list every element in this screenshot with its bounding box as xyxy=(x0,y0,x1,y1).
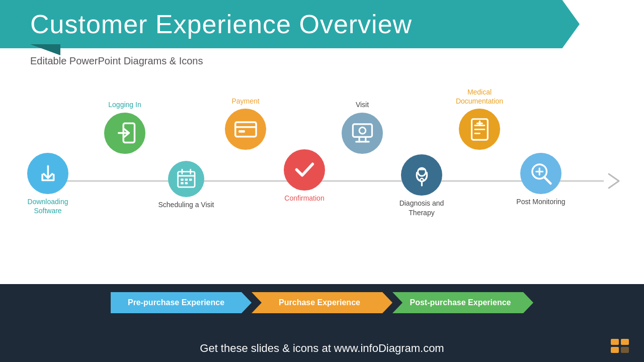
experience-arrows: Pre-purchase Experience Purchase Experie… xyxy=(20,292,624,313)
svg-rect-15 xyxy=(353,124,372,137)
node-circle-diagnosis-therapy xyxy=(401,154,442,196)
footer-content: Get these slides & icons at www.infoDiag… xyxy=(200,342,444,354)
node-circle-post-monitoring xyxy=(520,153,561,194)
node-label-scheduling-visit: Scheduling a Visit xyxy=(148,200,224,209)
bottom-banner: Pre-purchase Experience Purchase Experie… xyxy=(0,284,644,362)
node-label-payment: Payment xyxy=(208,97,283,106)
svg-rect-35 xyxy=(621,339,629,345)
svg-rect-9 xyxy=(189,179,192,181)
pre-purchase-arrow: Pre-purchase Experience xyxy=(111,292,252,313)
pre-purchase-label: Pre-purchase Experience xyxy=(128,298,224,307)
svg-rect-7 xyxy=(181,179,184,181)
svg-rect-12 xyxy=(235,122,256,137)
node-circle-medical-documentation xyxy=(459,109,500,150)
svg-rect-8 xyxy=(185,179,188,181)
node-label-medical-documentation: MedicalDocumentation xyxy=(442,87,517,106)
header-banner: Customer Experience Overview xyxy=(0,0,580,48)
page-title: Customer Experience Overview xyxy=(30,9,549,39)
node-label-visit: Visit xyxy=(325,100,400,109)
subtitle: Editable PowerPoint Diagrams & Icons xyxy=(30,55,644,67)
logo-icon xyxy=(611,339,629,353)
nodes-container: DownloadingSoftware Logging In Schedulin… xyxy=(0,78,644,284)
node-visit: Visit xyxy=(342,113,383,154)
node-payment: Payment xyxy=(225,109,266,150)
node-circle-scheduling-visit xyxy=(168,161,204,197)
node-label-post-monitoring: Post Monitoring xyxy=(503,197,579,206)
node-confirmation: Confirmation xyxy=(284,149,325,191)
node-circle-confirmation xyxy=(284,149,325,191)
arrow-right-icon xyxy=(604,172,624,190)
post-purchase-arrow: Post-purchase Experience xyxy=(392,292,533,313)
svg-rect-10 xyxy=(181,183,184,185)
footer-text: Get these slides & icons at www.infoDiag… xyxy=(200,342,444,355)
node-diagnosis-therapy: Diagnosis andTherapy xyxy=(401,154,442,196)
node-label-confirmation: Confirmation xyxy=(267,194,342,203)
node-downloading-software: DownloadingSoftware xyxy=(27,153,68,194)
node-circle-downloading-software xyxy=(27,153,68,194)
node-label-diagnosis-therapy: Diagnosis andTherapy xyxy=(384,199,459,217)
purchase-arrow: Purchase Experience xyxy=(252,292,392,313)
node-medical-documentation: MedicalDocumentation xyxy=(459,109,500,150)
node-label-downloading-software: DownloadingSoftware xyxy=(10,197,86,215)
svg-point-19 xyxy=(359,127,366,134)
diagram-area: DownloadingSoftware Logging In Schedulin… xyxy=(0,78,644,284)
node-post-monitoring: Post Monitoring xyxy=(520,153,561,194)
purchase-label: Purchase Experience xyxy=(279,298,360,307)
svg-rect-14 xyxy=(238,130,245,133)
svg-rect-36 xyxy=(611,347,619,353)
node-scheduling-visit: Scheduling a Visit xyxy=(168,161,204,197)
node-circle-payment xyxy=(225,109,266,150)
svg-line-31 xyxy=(544,177,550,184)
node-label-logging-in: Logging In xyxy=(87,100,163,109)
svg-rect-11 xyxy=(185,183,188,185)
node-circle-visit xyxy=(342,113,383,154)
node-circle-logging-in xyxy=(104,113,145,154)
post-purchase-label: Post-purchase Experience xyxy=(410,298,511,307)
svg-rect-34 xyxy=(611,339,619,345)
svg-rect-37 xyxy=(621,347,629,353)
node-logging-in: Logging In xyxy=(104,113,145,154)
